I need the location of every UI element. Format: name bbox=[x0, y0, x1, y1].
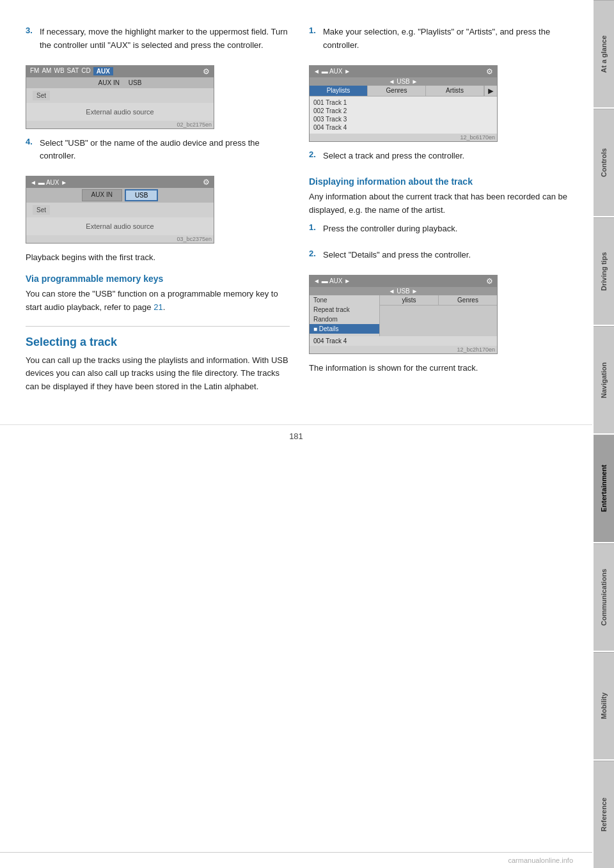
selecting-heading: Selecting a track bbox=[26, 326, 290, 349]
right-step-2-row: 2. Select a track and press the controll… bbox=[309, 150, 573, 168]
screen3-scroll-arrow: ► bbox=[484, 86, 497, 96]
step-3-num: 3. bbox=[26, 26, 36, 58]
disp-step-2-text: Select "Details" and press the controlle… bbox=[323, 249, 471, 262]
screen4-col-tabs: ylists Genres bbox=[380, 295, 497, 306]
screen4-usb-row: ◄ USB ► bbox=[310, 287, 497, 295]
track-item-4: 004 Track 4 bbox=[313, 123, 493, 132]
screen3-col-genres: Genres bbox=[368, 86, 426, 96]
step-4-text: Select "USB" or the name of the audio de… bbox=[40, 137, 290, 164]
info-note: The information is shown for the current… bbox=[309, 362, 573, 375]
screen2-set-btn: Set bbox=[33, 205, 50, 215]
step-4-num: 4. bbox=[26, 137, 36, 169]
screen-aux-selected: FM AM WB SAT CD AUX ⚙ AUX IN USB Set Ext… bbox=[26, 65, 214, 129]
displaying-text: Any information about the current track … bbox=[309, 190, 573, 217]
tab-cd: CD bbox=[81, 67, 90, 75]
sidebar-tab-mobility[interactable]: Mobility bbox=[594, 652, 614, 759]
screen3-track-list: 001 Track 1 002 Track 2 003 Track 3 004 … bbox=[310, 97, 497, 134]
tab-sat: SAT bbox=[67, 67, 79, 75]
screen3-col-header: Playlists Genres Artists ► bbox=[310, 86, 497, 97]
track-item-3: 003 Track 3 bbox=[313, 115, 493, 123]
sidebar-tab-navigation[interactable]: Navigation bbox=[594, 326, 614, 433]
btn-aux-in: AUX IN bbox=[82, 189, 122, 201]
screen1-label: 02_bc2175en bbox=[26, 121, 214, 128]
right-step-1-text: Make your selection, e.g. "Playlists" or… bbox=[323, 26, 573, 52]
menu-repeat-track: Repeat track bbox=[310, 305, 379, 314]
tab-wb: WB bbox=[54, 67, 64, 75]
screen4-label: 12_bc2h170en bbox=[310, 346, 497, 353]
screen4-gear-icon: ⚙ bbox=[486, 277, 493, 286]
sidebar-tab-driving-tips[interactable]: Driving tips bbox=[594, 217, 614, 325]
selecting-text: You can call up the tracks using the pla… bbox=[26, 354, 290, 394]
playback-note: Playback begins with the first track. bbox=[26, 251, 290, 265]
btn-usb-active: USB bbox=[125, 189, 159, 201]
gear-icon: ⚙ bbox=[203, 67, 210, 76]
screen1-tab-row: FM AM WB SAT CD AUX ⚙ bbox=[26, 66, 214, 77]
via-link[interactable]: 21 bbox=[154, 302, 162, 312]
screen3-gear-icon: ⚙ bbox=[486, 67, 493, 76]
screen4-nav: ◄ ▬ AUX ► bbox=[313, 277, 350, 284]
sidebar-tab-controls[interactable]: Controls bbox=[594, 109, 614, 216]
screen2-set-row: Set bbox=[26, 203, 214, 217]
screen3-col-artists: Artists bbox=[426, 86, 484, 96]
tab-fm: FM bbox=[30, 67, 39, 75]
displaying-heading: Displaying information about the track bbox=[309, 176, 573, 187]
screen1-tabs: FM AM WB SAT CD AUX bbox=[30, 67, 113, 75]
via-text-content: You can store the "USB" function on a pr… bbox=[26, 289, 278, 312]
screen4-menu: Tone Repeat track Random ■ Details bbox=[310, 295, 380, 336]
sidebar-tabs: At a glance Controls Driving tips Naviga… bbox=[594, 0, 614, 868]
screen2-nav-left: ◄ ▬ AUX ► bbox=[30, 179, 67, 186]
screen3-label: 12_bc6170en bbox=[310, 134, 497, 141]
sidebar-tab-reference[interactable]: Reference bbox=[594, 761, 614, 868]
screen4-spacer bbox=[380, 306, 497, 336]
menu-details-active: ■ Details bbox=[310, 324, 379, 334]
screen3-header: ◄ ▬ AUX ► ⚙ bbox=[310, 66, 497, 77]
disp-step-1-num: 1. bbox=[309, 222, 319, 241]
page-number: 181 bbox=[0, 424, 592, 447]
screen2-row2: AUX IN USB bbox=[26, 188, 214, 203]
disp-step-1-row: 1. Press the controller during playback. bbox=[309, 222, 573, 241]
tab-aux-active: AUX bbox=[93, 67, 113, 75]
screen-usb-selected: ◄ ▬ AUX ► ⚙ AUX IN USB Set External audi… bbox=[26, 176, 214, 244]
disp-step-1-text: Press the controller during playback. bbox=[323, 222, 457, 236]
step-4-row: 4. Select "USB" or the name of the audio… bbox=[26, 137, 290, 169]
main-content: 3. If necessary, move the highlight mark… bbox=[0, 0, 592, 424]
track-item-2: 002 Track 2 bbox=[313, 107, 493, 115]
watermark-right: carmanualonline.info bbox=[508, 856, 573, 864]
right-step-1-row: 1. Make your selection, e.g. "Playlists"… bbox=[309, 26, 573, 58]
track-item-1: 001 Track 1 bbox=[313, 98, 493, 107]
screen1-row2: AUX IN USB bbox=[26, 77, 214, 88]
right-step-1-num: 1. bbox=[309, 26, 319, 58]
screen4-header: ◄ ▬ AUX ► ⚙ bbox=[310, 275, 497, 287]
screen-track-list: ◄ ▬ AUX ► ⚙ ◄ USB ► Playlists Genres Art… bbox=[309, 65, 498, 142]
screen4-col-genres: Genres bbox=[439, 295, 497, 305]
sidebar-tab-communications[interactable]: Communications bbox=[594, 543, 614, 651]
screen2-label: 03_bc2375en bbox=[26, 235, 214, 243]
screen4-right: ylists Genres bbox=[380, 295, 497, 336]
sidebar-tab-at-a-glance[interactable]: At a glance bbox=[594, 0, 614, 107]
screen3-usb-row: ◄ USB ► bbox=[310, 77, 497, 86]
sidebar-tab-entertainment[interactable]: Entertainment bbox=[594, 435, 614, 542]
disp-step-2-row: 2. Select "Details" and press the contro… bbox=[309, 249, 573, 267]
screen1-set-btn: Set bbox=[33, 91, 50, 100]
via-heading: Via programmable memory keys bbox=[26, 274, 290, 284]
screen2-gear-icon: ⚙ bbox=[203, 178, 210, 187]
step-3-row: 3. If necessary, move the highlight mark… bbox=[26, 26, 290, 58]
via-end: . bbox=[163, 302, 166, 312]
step-3-text: If necessary, move the highlight marker … bbox=[40, 26, 290, 52]
right-step-2-num: 2. bbox=[309, 150, 319, 168]
screen3-col-playlists: Playlists bbox=[310, 86, 368, 96]
bottom-bar: carmanualonline.info bbox=[0, 852, 592, 868]
screen1-body: External audio source bbox=[26, 103, 214, 121]
right-column: 1. Make your selection, e.g. "Playlists"… bbox=[309, 26, 573, 399]
menu-tone: Tone bbox=[310, 295, 379, 305]
screen2-body: External audio source bbox=[26, 217, 214, 235]
screen-details-menu: ◄ ▬ AUX ► ⚙ ◄ USB ► Tone Repeat track Ra… bbox=[309, 275, 498, 354]
screen4-col-ylists: ylists bbox=[380, 295, 439, 305]
left-column: 3. If necessary, move the highlight mark… bbox=[26, 26, 290, 399]
right-step-2-text: Select a track and press the controller. bbox=[323, 150, 464, 163]
tab-am: AM bbox=[42, 67, 51, 75]
via-text: You can store the "USB" function on a pr… bbox=[26, 288, 290, 314]
screen1-set-row: Set bbox=[26, 88, 214, 103]
screen4-body: Tone Repeat track Random ■ Details ylist… bbox=[310, 295, 497, 336]
menu-random: Random bbox=[310, 314, 379, 324]
